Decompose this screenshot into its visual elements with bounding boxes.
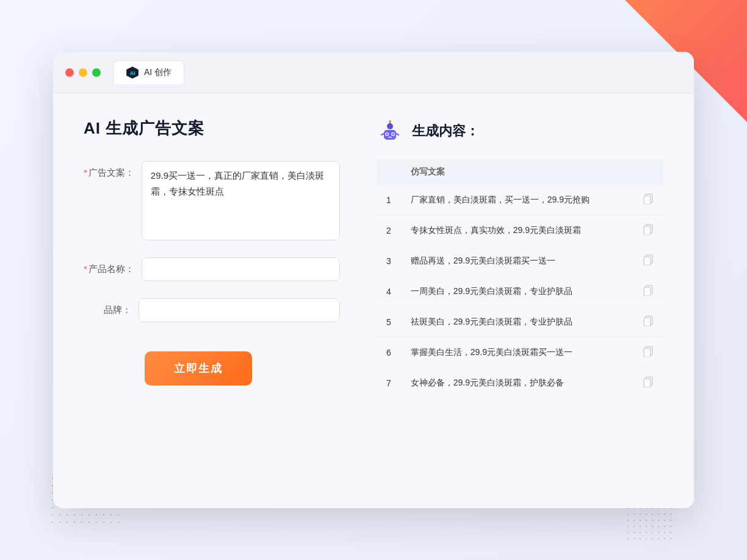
row-number: 7 <box>377 368 401 398</box>
svg-rect-14 <box>644 196 651 204</box>
svg-line-12 <box>396 134 399 135</box>
copy-button[interactable] <box>633 215 663 246</box>
row-text: 女神必备，29.9元美白淡斑霜，护肤必备 <box>401 368 633 398</box>
table-row: 1厂家直销，美白淡斑霜，买一送一，29.9元抢购 <box>377 185 663 215</box>
browser-window: AI AI 创作 AI 生成广告文案 *广告文案： 29.9买一送一，真正的厂家… <box>53 52 694 508</box>
ad-copy-label: *广告文案： <box>84 161 142 179</box>
row-number: 2 <box>377 215 401 246</box>
copy-icon <box>643 254 654 265</box>
product-name-group: *产品名称： 美白淡斑霜 <box>84 257 340 281</box>
result-header: 生成内容： <box>377 118 663 145</box>
required-star-product: * <box>84 264 87 274</box>
copy-button[interactable] <box>633 368 663 398</box>
svg-text:AI: AI <box>130 70 135 76</box>
table-row: 2专抹女性斑点，真实功效，29.9元美白淡斑霜 <box>377 215 663 246</box>
result-table-header: 仿写文案 <box>377 159 663 185</box>
copy-icon <box>643 315 654 326</box>
row-text: 专抹女性斑点，真实功效，29.9元美白淡斑霜 <box>401 215 633 246</box>
right-panel: 生成内容： 仿写文案 1厂家直销，美白淡斑霜，买一送一，29.9元抢购 2专抹女… <box>377 118 663 484</box>
row-number: 6 <box>377 337 401 368</box>
ai-tab-icon: AI <box>126 66 139 79</box>
svg-rect-26 <box>644 379 651 387</box>
ad-copy-group: *广告文案： 29.9买一送一，真正的厂家直销，美白淡斑霜，专抹女性斑点 <box>84 161 340 240</box>
row-text: 掌握美白生活，29.9元美白淡斑霜买一送一 <box>401 337 633 368</box>
copy-icon <box>643 285 654 296</box>
col-num <box>377 159 401 185</box>
row-text: 厂家直销，美白淡斑霜，买一送一，29.9元抢购 <box>401 185 633 215</box>
row-number: 5 <box>377 307 401 337</box>
copy-icon <box>643 346 654 357</box>
result-title: 生成内容： <box>412 122 479 140</box>
row-text: 祛斑美白，29.9元美白淡斑霜，专业护肤品 <box>401 307 633 337</box>
copy-icon <box>643 376 654 387</box>
result-body: 1厂家直销，美白淡斑霜，买一送一，29.9元抢购 2专抹女性斑点，真实功效，29… <box>377 185 663 398</box>
row-text: 一周美白，29.9元美白淡斑霜，专业护肤品 <box>401 276 633 307</box>
maximize-button[interactable] <box>92 68 101 77</box>
svg-rect-20 <box>644 287 651 296</box>
copy-button[interactable] <box>633 185 663 215</box>
robot-icon <box>377 118 403 145</box>
copy-button[interactable] <box>633 246 663 276</box>
left-panel: AI 生成广告文案 *广告文案： 29.9买一送一，真正的厂家直销，美白淡斑霜，… <box>84 118 340 484</box>
tab-ai-creation[interactable]: AI AI 创作 <box>113 60 184 84</box>
copy-button[interactable] <box>633 276 663 307</box>
close-button[interactable] <box>65 68 74 77</box>
bg-dots-right <box>625 505 674 542</box>
row-number: 3 <box>377 246 401 276</box>
row-number: 4 <box>377 276 401 307</box>
tab-label: AI 创作 <box>144 67 171 78</box>
row-number: 1 <box>377 185 401 215</box>
svg-rect-16 <box>644 226 651 235</box>
copy-icon <box>643 193 654 204</box>
page-title: AI 生成广告文案 <box>84 118 340 139</box>
brand-input[interactable]: 好白 <box>139 298 340 322</box>
table-row: 5祛斑美白，29.9元美白淡斑霜，专业护肤品 <box>377 307 663 337</box>
svg-point-6 <box>386 134 388 135</box>
svg-line-11 <box>381 134 384 135</box>
main-content: AI 生成广告文案 *广告文案： 29.9买一送一，真正的厂家直销，美白淡斑霜，… <box>53 93 694 508</box>
brand-group: 品牌： 好白 <box>84 298 340 322</box>
brand-label: 品牌： <box>84 298 139 316</box>
row-text: 赠品再送，29.9元美白淡斑霜买一送一 <box>401 246 633 276</box>
table-row: 7女神必备，29.9元美白淡斑霜，护肤必备 <box>377 368 663 398</box>
required-star-ad: * <box>84 167 87 178</box>
svg-point-2 <box>387 123 393 129</box>
product-name-label: *产品名称： <box>84 257 142 275</box>
svg-point-7 <box>392 134 394 135</box>
table-row: 4一周美白，29.9元美白淡斑霜，专业护肤品 <box>377 276 663 307</box>
traffic-lights <box>65 68 101 77</box>
svg-rect-18 <box>644 257 651 265</box>
ad-copy-textarea[interactable]: 29.9买一送一，真正的厂家直销，美白淡斑霜，专抹女性斑点 <box>142 161 340 240</box>
title-bar: AI AI 创作 <box>53 52 694 93</box>
svg-point-10 <box>389 120 391 123</box>
table-row: 6掌握美白生活，29.9元美白淡斑霜买一送一 <box>377 337 663 368</box>
col-copy-btn <box>633 159 663 185</box>
generate-button[interactable]: 立即生成 <box>145 351 252 386</box>
copy-button[interactable] <box>633 307 663 337</box>
svg-rect-8 <box>388 137 392 138</box>
svg-rect-22 <box>644 318 651 326</box>
result-table: 仿写文案 1厂家直销，美白淡斑霜，买一送一，29.9元抢购 2专抹女性斑点，真实… <box>377 159 663 398</box>
table-row: 3赠品再送，29.9元美白淡斑霜买一送一 <box>377 246 663 276</box>
minimize-button[interactable] <box>79 68 87 77</box>
product-name-input[interactable]: 美白淡斑霜 <box>142 257 340 281</box>
col-copy-label: 仿写文案 <box>401 159 633 185</box>
copy-button[interactable] <box>633 337 663 368</box>
svg-rect-24 <box>644 348 651 357</box>
copy-icon <box>643 224 654 235</box>
